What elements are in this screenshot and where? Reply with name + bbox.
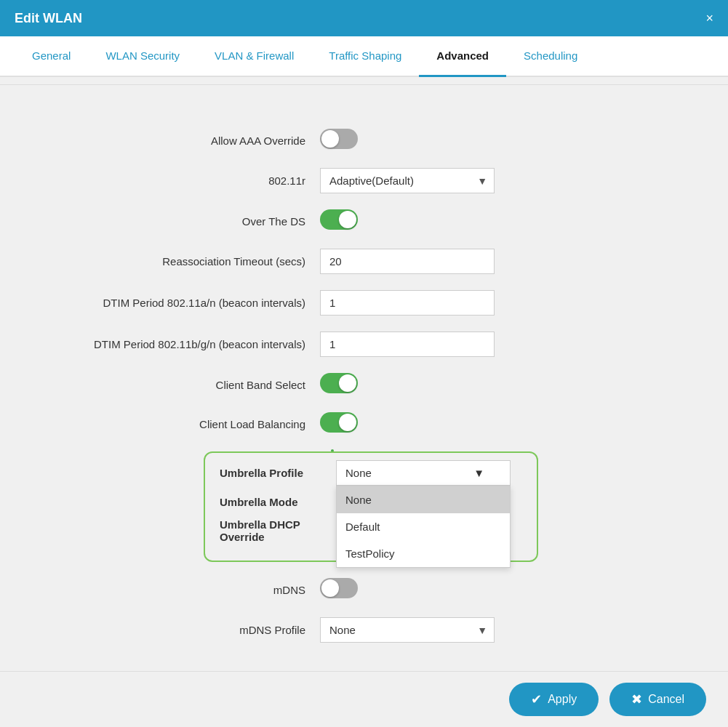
umbrella-profile-value: None [345,467,372,479]
cancel-x-icon: ✖ [631,691,642,707]
client-load-balancing-control [320,412,684,435]
umbrella-profile-select-display[interactable]: None ▼ [336,460,511,486]
tab-bar: General WLAN Security VLAN & Firewall Tr… [0,36,728,77]
dtim-an-label: DTIM Period 802.11a/n (beacon intervals) [44,297,320,309]
dtim-bgn-row: DTIM Period 802.11b/g/n (beacon interval… [44,332,684,357]
toggle-knob [321,579,339,597]
reassociation-timeout-input[interactable] [320,249,495,274]
reassociation-timeout-label: Reassociation Timeout (secs) [44,255,320,268]
apply-label: Apply [548,693,577,706]
umbrella-profile-chevron-icon: ▼ [473,467,484,479]
umbrella-profile-label: Umbrella Profile [220,467,336,479]
modal-title: Edit WLAN [15,11,82,26]
umbrella-section: Umbrella Profile None ▼ None Default Tes… [204,451,538,562]
mdns-toggle[interactable] [320,578,358,598]
over-the-ds-row: Over The DS [44,209,684,233]
client-load-balancing-toggle[interactable] [320,412,358,433]
umbrella-mode-label: Umbrella Mode [220,496,336,508]
reassociation-timeout-control [320,249,684,274]
umbrella-profile-control: None ▼ None Default TestPolicy [336,460,511,486]
dot11r-label: 802.11r [44,174,320,187]
dot11r-row: 802.11r Adaptive(Default) Disabled Enabl… [44,168,684,193]
edit-wlan-modal: Edit WLAN × General WLAN Security VLAN &… [0,0,728,727]
dot11r-select[interactable]: Adaptive(Default) Disabled Enabled [320,168,495,193]
mdns-profile-control: None ▼ [320,617,684,643]
tab-wlan-security[interactable]: WLAN Security [88,36,197,77]
umbrella-option-none[interactable]: None [337,486,510,513]
allow-aaa-override-label: Allow AAA Override [44,134,320,147]
dtim-an-control [320,290,684,316]
dtim-an-row: DTIM Period 802.11a/n (beacon intervals) [44,290,684,316]
mdns-control [320,578,684,601]
tab-traffic-shaping[interactable]: Traffic Shaping [311,36,419,77]
cancel-label: Cancel [648,693,684,706]
umbrella-profile-dropdown: None Default TestPolicy [336,486,511,568]
client-load-balancing-row: Client Load Balancing [44,412,684,435]
dtim-bgn-input[interactable] [320,332,495,357]
umbrella-profile-row: Umbrella Profile None ▼ None Default Tes… [220,460,522,486]
mdns-row: mDNS [44,578,684,601]
modal-footer: ✔ Apply ✖ Cancel [0,671,728,727]
toggle-knob [339,414,356,431]
umbrella-dhcp-label: Umbrella DHCP Override [220,518,336,543]
over-the-ds-control [320,209,684,233]
client-band-select-toggle[interactable] [320,373,358,393]
tab-advanced[interactable]: Advanced [419,36,506,77]
umbrella-section-wrapper: Umbrella Profile None ▼ None Default Tes… [44,451,684,562]
mdns-profile-select-wrap: None ▼ [320,617,495,643]
client-band-select-label: Client Band Select [44,379,320,391]
dtim-bgn-label: DTIM Period 802.11b/g/n (beacon interval… [44,338,320,350]
dot11r-control: Adaptive(Default) Disabled Enabled ▼ [320,168,684,193]
reassociation-timeout-row: Reassociation Timeout (secs) [44,249,684,274]
toggle-knob [339,211,356,228]
allow-aaa-override-row: Allow AAA Override [44,129,684,152]
mdns-label: mDNS [44,584,320,596]
client-load-balancing-label: Client Load Balancing [44,418,320,430]
modal-header: Edit WLAN × [0,0,728,36]
apply-check-icon: ✔ [531,691,542,707]
dot11r-select-wrap: Adaptive(Default) Disabled Enabled ▼ [320,168,495,193]
dtim-bgn-control [320,332,684,357]
apply-button[interactable]: ✔ Apply [509,683,599,716]
client-band-select-row: Client Band Select [44,373,684,396]
umbrella-option-default[interactable]: Default [337,513,510,540]
allow-aaa-override-control [320,129,684,152]
over-the-ds-toggle[interactable] [320,209,358,230]
mdns-profile-select[interactable]: None [320,617,495,643]
cancel-button[interactable]: ✖ Cancel [609,683,706,716]
toggle-knob [321,130,339,148]
toggle-knob [339,374,356,392]
allow-aaa-override-toggle[interactable] [320,129,358,149]
umbrella-option-testpolicy[interactable]: TestPolicy [337,540,510,567]
tab-general[interactable]: General [15,36,88,77]
over-the-ds-label: Over The DS [44,215,320,228]
tab-vlan-firewall[interactable]: VLAN & Firewall [197,36,311,77]
mdns-profile-label: mDNS Profile [44,624,320,636]
dtim-an-input[interactable] [320,290,495,316]
close-button[interactable]: × [705,11,713,26]
tab-scheduling[interactable]: Scheduling [506,36,595,77]
tab-content: Allow AAA Override 802.11r Adaptive(Defa… [0,107,728,671]
client-band-select-control [320,373,684,396]
mdns-profile-row: mDNS Profile None ▼ [44,617,684,643]
